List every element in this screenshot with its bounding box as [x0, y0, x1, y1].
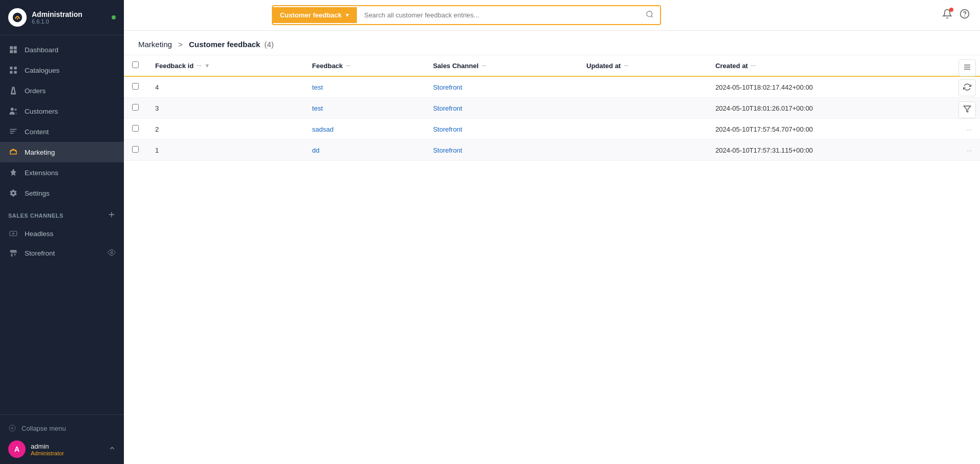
storefront-icon [8, 248, 18, 258]
sidebar-footer: Collapse menu A admin Administrator [0, 414, 124, 464]
row-actions-button[interactable]: ··· [958, 140, 980, 161]
sales-channels-header: Sales Channels [0, 203, 124, 224]
sidebar-item-label: Customers [25, 108, 58, 115]
user-menu-chevron[interactable] [109, 445, 116, 454]
status-dot [112, 15, 116, 19]
svg-rect-9 [10, 131, 15, 132]
row-checkbox[interactable] [132, 125, 139, 132]
svg-rect-8 [10, 129, 17, 130]
refresh-button[interactable] [958, 79, 976, 96]
row-checkbox-cell [124, 76, 147, 98]
catalogues-icon [8, 65, 18, 75]
filter-button[interactable] [958, 101, 976, 118]
cell-feedback: dd [304, 140, 425, 161]
search-tab-chevron-icon: ▼ [345, 12, 350, 18]
cell-created-at: 2024-05-10T18:01:26.017+00:00 [707, 98, 958, 119]
collapse-menu-button[interactable]: Collapse menu [8, 421, 116, 435]
col-menu-icon[interactable]: ··· [346, 62, 351, 69]
sidebar-item-content[interactable]: Content [0, 121, 124, 142]
feedback-table: Feedback id ··· ▼ Feedback ··· [124, 55, 980, 161]
sidebar-item-label: Dashboard [25, 46, 58, 54]
svg-rect-5 [14, 71, 17, 74]
row-checkbox-cell [124, 119, 147, 140]
avatar: A [8, 440, 26, 458]
breadcrumb-current: Customer feedback (4) [189, 40, 274, 49]
sidebar-item-headless[interactable]: Headless [0, 224, 124, 243]
topbar: Customer feedback ▼ [124, 0, 980, 31]
table-row: 3 test Storefront 2024-05-10T18:01:26.01… [124, 98, 980, 119]
content-area: Marketing > Customer feedback (4) [124, 31, 980, 464]
user-name: admin [31, 442, 64, 450]
row-checkbox[interactable] [132, 146, 139, 153]
column-settings-button[interactable] [958, 59, 976, 76]
row-checkbox-cell [124, 140, 147, 161]
row-checkbox-cell [124, 98, 147, 119]
headless-icon [8, 228, 18, 239]
app-logo [8, 8, 27, 27]
row-checkbox[interactable] [132, 104, 139, 111]
cell-created-at: 2024-05-10T17:57:31.115+00:00 [707, 140, 958, 161]
cell-sales-channel: Storefront [425, 119, 579, 140]
col-sort-icon[interactable]: ▼ [204, 62, 210, 69]
col-menu-icon[interactable]: ··· [197, 62, 201, 69]
collapse-menu-label: Collapse menu [22, 425, 66, 432]
breadcrumb-parent: Marketing [138, 40, 172, 49]
col-feedback: Feedback ··· [304, 55, 425, 76]
search-input[interactable] [357, 7, 639, 23]
svg-rect-12 [11, 254, 13, 257]
content-icon [8, 126, 18, 137]
cell-feedback: test [304, 76, 425, 98]
sidebar-item-settings[interactable]: Settings [0, 183, 124, 203]
sidebar-item-marketing[interactable]: Marketing [0, 142, 124, 162]
extensions-icon [8, 167, 18, 178]
svg-rect-3 [14, 67, 17, 69]
notifications-button[interactable] [942, 9, 952, 22]
table-row: 1 dd Storefront 2024-05-10T17:57:31.115+… [124, 140, 980, 161]
col-menu-icon[interactable]: ··· [482, 62, 486, 69]
cell-feedback: test [304, 98, 425, 119]
sidebar: Administration 6.6.1.0 Dashboard Catalog… [0, 0, 124, 464]
svg-point-14 [111, 251, 113, 254]
svg-point-0 [13, 13, 22, 22]
svg-rect-20 [964, 67, 970, 67]
select-all-checkbox[interactable] [132, 61, 139, 68]
customers-icon [8, 106, 18, 116]
svg-point-16 [647, 11, 652, 17]
sidebar-item-dashboard[interactable]: Dashboard [0, 39, 124, 60]
cell-feedback-id: 2 [147, 119, 304, 140]
eye-icon[interactable] [108, 248, 116, 258]
search-button[interactable] [640, 6, 660, 24]
col-menu-icon[interactable]: ··· [624, 62, 628, 69]
user-section: A admin Administrator [8, 435, 116, 458]
svg-rect-4 [10, 71, 12, 74]
sidebar-item-customers[interactable]: Customers [0, 101, 124, 121]
svg-point-1 [17, 18, 18, 19]
svg-rect-10 [10, 133, 14, 134]
sidebar-item-catalogues[interactable]: Catalogues [0, 60, 124, 80]
col-sales-channel: Sales Channel ··· [425, 55, 579, 76]
cell-updated-at [578, 119, 707, 140]
svg-rect-19 [964, 65, 970, 65]
row-checkbox[interactable] [132, 83, 139, 90]
sidebar-item-label: Marketing [25, 149, 55, 156]
col-menu-icon[interactable]: ··· [751, 62, 756, 69]
settings-icon [8, 188, 18, 198]
cell-sales-channel: Storefront [425, 140, 579, 161]
col-updated-at: Updated at ··· [578, 55, 707, 76]
help-button[interactable] [960, 9, 970, 22]
main-content: Customer feedback ▼ Marketing > Custom [124, 0, 980, 464]
topbar-actions [942, 9, 970, 22]
sidebar-item-extensions[interactable]: Extensions [0, 162, 124, 183]
svg-point-7 [14, 109, 17, 111]
cell-created-at: 2024-05-10T18:02:17.442+00:00 [707, 76, 958, 98]
svg-marker-22 [964, 106, 970, 112]
sidebar-item-orders[interactable]: Orders [0, 80, 124, 101]
add-sales-channel-icon[interactable] [108, 210, 116, 221]
search-tab[interactable]: Customer feedback ▼ [273, 7, 357, 23]
table-row: 2 sadsad Storefront 2024-05-10T17:57:54.… [124, 119, 980, 140]
search-tab-label: Customer feedback [280, 11, 342, 19]
sidebar-item-label: Settings [25, 189, 50, 197]
cell-updated-at [578, 98, 707, 119]
sidebar-item-label: Content [25, 128, 49, 136]
sidebar-item-storefront[interactable]: Storefront [0, 243, 124, 263]
